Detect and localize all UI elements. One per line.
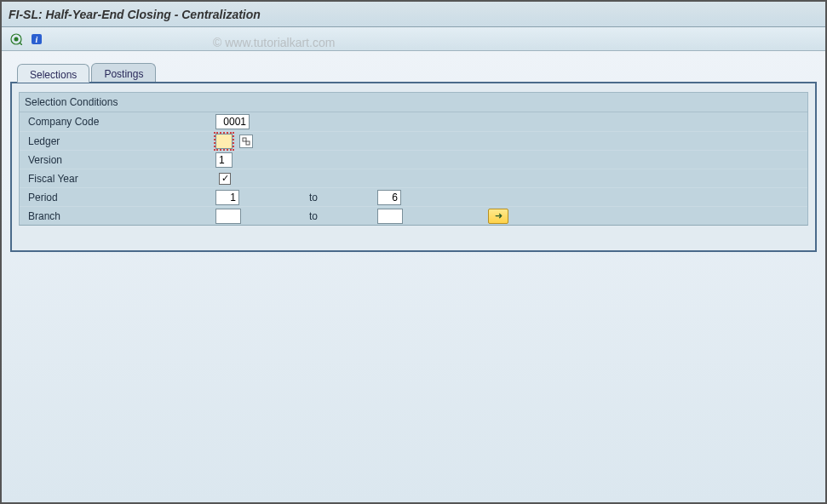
app-toolbar: i [2,27,825,51]
svg-point-1 [14,37,19,41]
label-fiscal-year: Fiscal Year [20,173,215,185]
tab-panel-selections: Selection Conditions Company Code Ledger [10,82,817,252]
row-fiscal-year: Fiscal Year [20,169,807,187]
period-to-input[interactable] [377,190,401,205]
label-company-code: Company Code [20,116,215,128]
svg-rect-4 [243,138,246,141]
execute-icon [10,33,22,45]
tab-label: Selections [30,69,77,81]
search-help-icon [242,137,250,146]
tab-label: Postings [104,68,143,80]
title-bar: FI-SL: Half-Year-End Closing - Centraliz… [2,2,825,27]
selection-conditions-group: Selection Conditions Company Code Ledger [19,92,808,226]
branch-to-input[interactable] [377,209,403,224]
row-ledger: Ledger [20,131,807,150]
main-area: Selections Postings Selection Conditions… [2,51,825,502]
label-period-to: to [275,192,377,203]
info-icon: i [31,33,43,45]
branch-from-input[interactable] [215,209,241,224]
company-code-input[interactable] [215,114,250,129]
info-button[interactable]: i [27,31,46,48]
label-version: Version [20,154,215,166]
row-version: Version [20,150,807,169]
ledger-search-help-button[interactable] [239,135,253,148]
arrow-right-icon: ➜ [495,210,503,221]
label-ledger: Ledger [20,135,215,147]
row-branch: Branch to ➜ [20,206,807,225]
row-period: Period to [20,187,807,206]
tab-postings[interactable]: Postings [91,63,156,82]
version-input[interactable] [215,152,233,168]
groupbox-title: Selection Conditions [20,93,807,112]
fiscal-year-checkbox[interactable] [219,173,231,185]
branch-multiple-selection-button[interactable]: ➜ [488,209,508,224]
page-title: FI-SL: Half-Year-End Closing - Centraliz… [9,8,261,21]
label-branch: Branch [20,210,215,222]
label-period: Period [20,192,215,203]
tab-selections[interactable]: Selections [17,64,89,83]
tab-strip: Selections Postings [17,63,817,82]
period-from-input[interactable] [215,190,239,205]
svg-text:i: i [36,35,38,44]
svg-rect-5 [246,141,250,145]
label-branch-to: to [275,210,377,222]
execute-button[interactable] [7,31,26,48]
row-company-code: Company Code [20,112,807,131]
ledger-input[interactable] [215,134,233,149]
